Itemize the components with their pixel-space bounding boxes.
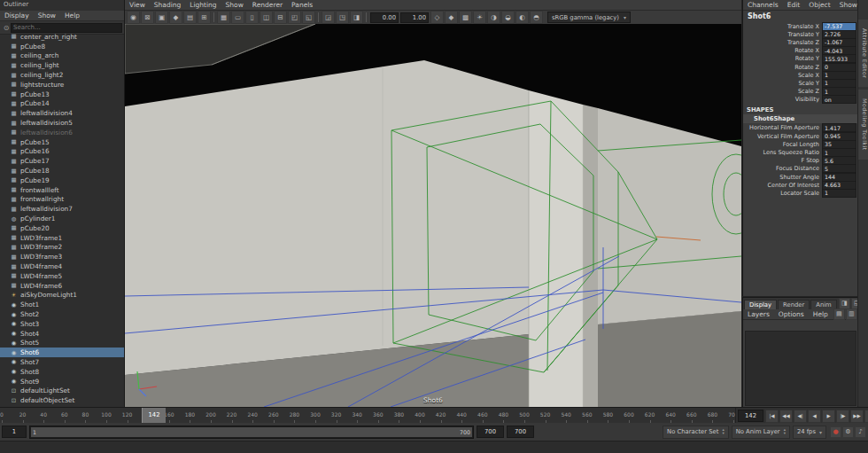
- layer-list-area[interactable]: [745, 331, 856, 406]
- outliner-item-Shot8[interactable]: ◉Shot8: [0, 367, 124, 377]
- outliner-item-ceiling_light[interactable]: ▦ceiling_light: [0, 60, 124, 70]
- grid-icon[interactable]: ▦: [217, 11, 230, 24]
- outliner-item-Shot4[interactable]: ◉Shot4: [0, 329, 124, 339]
- outliner-search-input[interactable]: [11, 23, 122, 33]
- menu-show[interactable]: Show: [34, 12, 60, 20]
- outliner-item-pCube8[interactable]: ▦pCube8: [0, 42, 124, 51]
- outliner-item-LWD4frame6[interactable]: ▦LWD4frame6: [0, 281, 124, 291]
- outliner-item-frontwallleft[interactable]: ▦frontwallleft: [0, 185, 124, 195]
- range-slider[interactable]: 1 700: [29, 426, 474, 439]
- side-tab-modeling-toolkit[interactable]: Modeling Toolkit: [858, 90, 868, 160]
- menu-view[interactable]: View: [125, 1, 150, 9]
- menu-edit[interactable]: Edit: [783, 1, 805, 9]
- outliner-item-LWD3frame2[interactable]: ▦LWD3frame2: [0, 243, 124, 253]
- tab-render[interactable]: Render: [778, 300, 810, 309]
- outliner-item-ceiling_arch[interactable]: ▦ceiling_arch: [0, 51, 124, 61]
- outliner-item-leftwalldivision7[interactable]: ▦leftwalldivision7: [0, 204, 124, 214]
- channel-value-field[interactable]: 1: [822, 189, 856, 198]
- multisample-icon[interactable]: ◓: [530, 11, 543, 24]
- outliner-item-defaultObjectSet[interactable]: ⊡defaultObjectSet: [0, 395, 124, 405]
- outliner-item-frontwallright[interactable]: ▦frontwallright: [0, 195, 124, 205]
- outliner-item-aiSkyDomeLight1[interactable]: ☀aiSkyDomeLight1: [0, 291, 124, 301]
- playback-end-field[interactable]: 700: [477, 426, 504, 438]
- outliner-item-Shot5[interactable]: ◉Shot5: [0, 339, 124, 348]
- side-tab-attribute-editor[interactable]: Attribute Editor: [858, 20, 868, 87]
- viewport-canvas[interactable]: Shot6: [125, 24, 741, 407]
- frame-all-icon[interactable]: ◲: [322, 11, 335, 24]
- animation-preferences-icon[interactable]: ⚙: [842, 426, 854, 438]
- character-set-dropdown[interactable]: No Character Set ▴▾: [663, 426, 729, 439]
- outliner-item-leftwalldivision6[interactable]: ▦leftwalldivision6: [0, 128, 124, 137]
- menu-lighting[interactable]: Lighting: [185, 1, 221, 9]
- menu-layers[interactable]: Layers: [743, 310, 774, 318]
- menu-display[interactable]: Display: [0, 12, 34, 20]
- outliner-item-center_arch_right[interactable]: ▦center_arch_right: [0, 32, 124, 42]
- outliner-item-lightstructure[interactable]: ▦lightstructure: [0, 80, 124, 90]
- outliner-item-ceiling_light2[interactable]: ▦ceiling_light2: [0, 70, 124, 80]
- outliner-item-leftwalldivision5[interactable]: ▦leftwalldivision5: [0, 118, 124, 128]
- go-to-start-button[interactable]: |◀: [765, 410, 779, 423]
- view-transform-dropdown[interactable]: sRGB gamma (legacy) ▾: [547, 12, 631, 23]
- outliner-item-LWD3frame3[interactable]: ▦LWD3frame3: [0, 252, 124, 262]
- play-forwards-button[interactable]: ▶: [822, 410, 835, 423]
- outliner-item-Shot1[interactable]: ◉Shot1: [0, 300, 124, 309]
- isolate-select-icon[interactable]: ◨: [350, 11, 363, 24]
- new-layer-from-selected-icon[interactable]: ▥: [846, 309, 857, 320]
- outliner-item-LWD3frame1[interactable]: ▦LWD3frame1: [0, 233, 124, 243]
- resolution-gate-icon[interactable]: ▯: [245, 11, 259, 24]
- step-forward-frame-button[interactable]: ▶▶: [850, 410, 864, 423]
- menu-renderer[interactable]: Renderer: [248, 1, 287, 9]
- bookmarks-icon[interactable]: ◆: [169, 11, 182, 24]
- step-back-key-button[interactable]: ◀|: [794, 410, 807, 423]
- auto-keyframe-icon[interactable]: ●: [830, 426, 841, 438]
- frame-selection-icon[interactable]: ◳: [336, 11, 349, 24]
- gate-mask-icon[interactable]: ◫: [260, 11, 273, 24]
- sound-icon[interactable]: ♪: [855, 426, 866, 438]
- field-chart-icon[interactable]: ⊟: [274, 11, 287, 24]
- gamma-field[interactable]: [400, 12, 429, 23]
- motion-blur-icon[interactable]: ◐: [515, 11, 529, 24]
- outliner-item-defaultLightSet[interactable]: ⊡defaultLightSet: [0, 386, 124, 395]
- time-slider[interactable]: 142 020406080100120140160180200220240260…: [0, 408, 736, 423]
- fps-dropdown[interactable]: 24 fps ▾: [793, 426, 826, 439]
- menu-shading[interactable]: Shading: [150, 1, 185, 9]
- outliner-item-Shot7[interactable]: ◉Shot7: [0, 357, 124, 367]
- range-slider-active-range[interactable]: [31, 427, 472, 437]
- outliner-item-pCube15[interactable]: ▦pCube15: [0, 137, 124, 147]
- outliner-item-pCube16[interactable]: ▦pCube16: [0, 147, 124, 157]
- outliner-item-pCube17[interactable]: ▦pCube17: [0, 156, 124, 166]
- menu-object[interactable]: Object: [804, 1, 834, 9]
- safe-title-icon[interactable]: ◱: [302, 11, 315, 24]
- textured-display-icon[interactable]: ▩: [459, 11, 472, 24]
- new-empty-layer-icon[interactable]: ▤: [833, 309, 845, 320]
- menu-panels[interactable]: Panels: [287, 1, 317, 9]
- play-backwards-button[interactable]: ◀: [808, 410, 821, 423]
- outliner-item-pCube18[interactable]: ▦pCube18: [0, 166, 124, 176]
- lights-display-icon[interactable]: ☀: [473, 11, 486, 24]
- outliner-item-Shot6[interactable]: ◉Shot6: [0, 348, 124, 357]
- current-frame-field[interactable]: 142: [738, 410, 763, 422]
- outliner-item-pCube20[interactable]: ▦pCube20: [0, 223, 124, 233]
- outliner-item-pCylinder1[interactable]: ◍pCylinder1: [0, 214, 124, 223]
- outliner-item-Shot2[interactable]: ◉Shot2: [0, 309, 124, 319]
- camera-attributes-icon[interactable]: ▣: [155, 11, 168, 24]
- step-back-frame-button[interactable]: ◀◀: [779, 410, 793, 423]
- smooth-shade-icon[interactable]: ◆: [445, 11, 458, 24]
- step-forward-key-button[interactable]: |▶: [836, 410, 849, 423]
- film-gate-icon[interactable]: ▭: [231, 11, 244, 24]
- outliner-item-LWD4frame5[interactable]: ▦LWD4frame5: [0, 271, 124, 281]
- go-to-end-button[interactable]: ▶|: [864, 410, 868, 423]
- outliner-item-Shot3[interactable]: ◉Shot3: [0, 319, 124, 329]
- ambient-occlusion-icon[interactable]: ◒: [501, 11, 515, 24]
- wireframe-display-icon[interactable]: ◇: [430, 11, 444, 24]
- shadows-icon[interactable]: ◑: [487, 11, 500, 24]
- menu-help[interactable]: Help: [809, 310, 833, 318]
- tab-display[interactable]: Display: [744, 300, 777, 309]
- anim-layer-dropdown[interactable]: No Anim Layer ▴▾: [732, 426, 790, 439]
- animation-end-field[interactable]: 700: [507, 426, 534, 438]
- outliner-item-LWD4frame4[interactable]: ▦LWD4frame4: [0, 262, 124, 271]
- outliner-item-pCube14[interactable]: ▦pCube14: [0, 99, 124, 109]
- 3d-scene[interactable]: [125, 24, 741, 407]
- menu-help[interactable]: Help: [60, 12, 84, 20]
- image-plane-icon[interactable]: ▤: [183, 11, 197, 24]
